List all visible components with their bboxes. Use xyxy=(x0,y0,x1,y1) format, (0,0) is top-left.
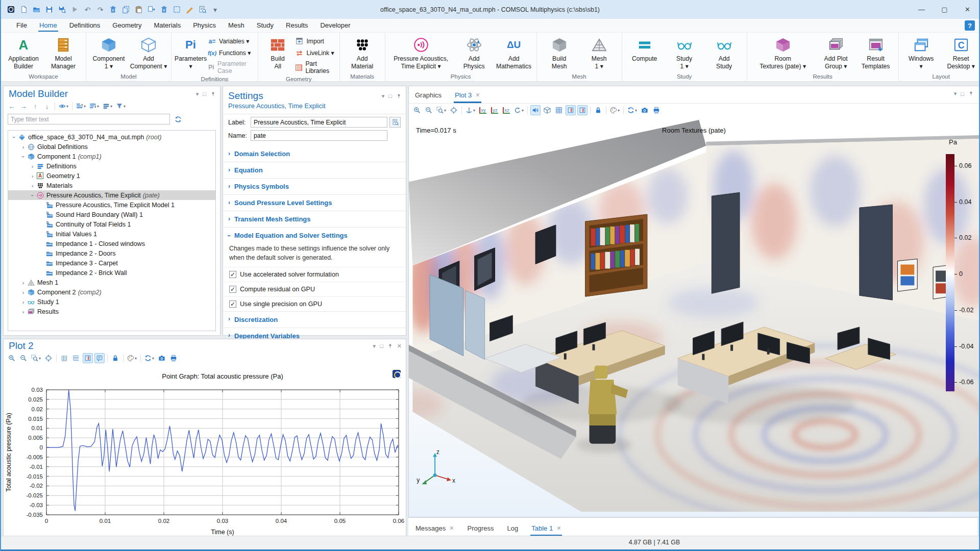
grid-h-icon[interactable] xyxy=(71,353,81,363)
expander-icon[interactable]: › xyxy=(30,163,35,169)
help-button[interactable]: ? xyxy=(965,20,975,31)
float-icon[interactable]: □ xyxy=(203,91,206,97)
filter-icon[interactable]: ▾ xyxy=(115,101,127,111)
checkbox-icon[interactable]: ✓ xyxy=(229,271,236,278)
tree-item-impedance-1-closed-windows[interactable]: Impedance 1 - Closed windows xyxy=(8,239,215,248)
ribbon-button-pressure-acoustics-time-explicit-[interactable]: Pressure Acoustics,Time Explicit ▾ xyxy=(388,35,454,71)
color-legend-icon[interactable] xyxy=(577,105,587,115)
update-icon[interactable]: ▾ xyxy=(626,105,638,115)
collapse-icon[interactable]: ▾ xyxy=(75,101,87,111)
menu-physics[interactable]: Physics xyxy=(187,19,222,32)
refresh-filter-icon[interactable] xyxy=(173,114,183,124)
zoom-box-icon[interactable]: ▾ xyxy=(30,353,42,363)
tab-graphics[interactable]: Graphics xyxy=(415,91,442,103)
pin-icon[interactable] xyxy=(396,93,402,99)
view-yz-icon[interactable]: yz xyxy=(489,105,500,115)
undo-icon[interactable]: ↶ xyxy=(83,5,92,14)
duplicate-icon[interactable] xyxy=(146,5,156,14)
section-domain-selection[interactable]: ›Domain Selection xyxy=(223,146,406,162)
pin-icon[interactable] xyxy=(387,343,393,349)
back-icon[interactable]: ← xyxy=(7,101,17,111)
zoom-extents-icon[interactable] xyxy=(43,353,54,363)
sound-icon[interactable] xyxy=(530,105,541,115)
move-down-icon[interactable]: ↓ xyxy=(42,101,52,111)
ribbon-button-add-study[interactable]: AddStudy xyxy=(705,35,744,71)
menu-file[interactable]: File xyxy=(10,19,33,32)
panel-menu-icon[interactable]: ▾ xyxy=(196,91,199,97)
section-model-equation-and-solver-settings[interactable]: ›Model Equation and Solver Settings xyxy=(223,227,406,243)
save-icon[interactable] xyxy=(44,5,54,14)
ribbon-small-livelink-[interactable]: LiveLink ▾ xyxy=(295,48,336,57)
print-icon[interactable] xyxy=(168,353,179,363)
run-icon[interactable] xyxy=(70,5,80,14)
close-button[interactable]: ✕ xyxy=(956,0,979,19)
lock-icon[interactable] xyxy=(593,105,603,115)
grid-v-icon[interactable] xyxy=(59,353,69,363)
ribbon-button-windows-[interactable]: Windows▾ xyxy=(902,35,941,71)
camera-icon[interactable] xyxy=(157,353,167,363)
pin-icon[interactable] xyxy=(968,91,974,96)
graphics-canvas[interactable]: Time=0.017 s Room Textures (pate) xyxy=(409,120,979,517)
print-icon[interactable] xyxy=(651,105,662,115)
ribbon-button-add-plot-group-[interactable]: Add PlotGroup ▾ xyxy=(817,35,855,71)
close-tab-icon[interactable]: ✕ xyxy=(449,525,454,532)
tree-item-mesh-1[interactable]: ›Mesh 1 xyxy=(8,278,215,287)
pin-icon[interactable] xyxy=(210,91,216,97)
select-box-icon[interactable] xyxy=(172,5,182,14)
ribbon-button-compute[interactable]: Compute xyxy=(625,35,664,63)
panel-menu-icon[interactable]: ▾ xyxy=(954,90,957,97)
section-discretization[interactable]: ›Discretization xyxy=(223,311,406,328)
ribbon-button-build-all[interactable]: BuildAll xyxy=(261,35,295,71)
ribbon-button-study-1-[interactable]: Study1 ▾ xyxy=(665,35,704,71)
view-xz-icon[interactable]: xz xyxy=(501,105,511,115)
menu-home[interactable]: Home xyxy=(33,19,63,32)
ribbon-button-reset-desktop-[interactable]: ResetDesktop ▾ xyxy=(942,35,980,71)
show-icon[interactable]: ▾ xyxy=(58,101,69,111)
section-equation[interactable]: ›Equation xyxy=(223,162,406,178)
ribbon-button-result-templates[interactable]: ResultTemplates xyxy=(856,35,895,71)
tree-item-results[interactable]: ›Results xyxy=(8,307,215,316)
tree-item-global-definitions[interactable]: ›Global Definitions xyxy=(8,142,215,152)
expander-icon[interactable]: › xyxy=(20,289,26,295)
comsol-app-icon[interactable] xyxy=(6,5,16,14)
close-tab-icon[interactable]: ✕ xyxy=(475,92,480,98)
new-file-icon[interactable] xyxy=(19,5,29,14)
tree-item-geometry-1[interactable]: ›AGeometry 1 xyxy=(8,171,215,181)
zoom-out-icon[interactable] xyxy=(424,105,434,115)
expander-icon[interactable]: › xyxy=(30,192,36,198)
menu-developer[interactable]: Developer xyxy=(314,19,356,32)
mesh-grid-icon[interactable] xyxy=(554,105,564,115)
tree-item-office-space-63-30t0-n4-ma-out-mph[interactable]: ›office_space_63_30T0_N4_ma_out.mph(root… xyxy=(8,132,215,142)
label-field[interactable] xyxy=(251,117,387,128)
palette-icon[interactable]: ▾ xyxy=(609,105,621,115)
ribbon-button-add-material[interactable]: AddMaterial xyxy=(343,35,382,71)
menu-materials[interactable]: Materials xyxy=(148,19,187,32)
annotation-icon[interactable] xyxy=(94,353,105,363)
tree-item-component-2[interactable]: ›Component 2(comp2) xyxy=(8,287,215,297)
checkbox-compute-residual-on-gpu[interactable]: ✓Compute residual on GPU xyxy=(223,282,406,296)
zoom-in-icon[interactable] xyxy=(412,105,422,115)
tree-item-sound-hard-boundary-wall-1[interactable]: Sound Hard Boundary (Wall) 1 xyxy=(8,210,215,219)
ribbon-small-functions-[interactable]: f(x)Functions ▾ xyxy=(208,48,255,57)
checkbox-icon[interactable]: ✓ xyxy=(229,300,236,308)
ribbon-button-application-builder[interactable]: AApplicationBuilder xyxy=(4,35,43,71)
point-graph-chart[interactable]: Point Graph: Total acoustic pressure (Pa… xyxy=(4,368,406,537)
ribbon-button-parameters-[interactable]: PiParameters▾ xyxy=(175,35,207,71)
move-up-icon[interactable]: ↑ xyxy=(30,101,40,111)
checkbox-use-accelerated-solver-formulation[interactable]: ✓Use accelerated solver formulation xyxy=(223,267,406,282)
tab-plot-3[interactable]: Plot 3✕ xyxy=(455,91,480,103)
ribbon-small-variables-[interactable]: a=Variables ▾ xyxy=(208,37,255,45)
tree-item-definitions[interactable]: ›Definitions xyxy=(8,161,215,171)
ribbon-button-add-physics[interactable]: AddPhysics xyxy=(455,35,494,71)
tree-item-study-1[interactable]: ›Study 1 xyxy=(8,297,215,307)
zoom-box-icon[interactable]: ▾ xyxy=(435,105,447,115)
expand-icon[interactable]: ▾ xyxy=(88,101,100,111)
tree-item-impedance-3-carpet[interactable]: Impedance 3 - Carpet xyxy=(8,258,215,268)
open-icon[interactable] xyxy=(32,5,41,14)
menu-definitions[interactable]: Definitions xyxy=(63,19,107,32)
ribbon-small-import[interactable]: Import xyxy=(295,37,336,45)
maximize-button[interactable]: ▢ xyxy=(933,0,956,19)
menu-results[interactable]: Results xyxy=(280,19,314,32)
expander-icon[interactable]: › xyxy=(20,154,27,159)
camera-icon[interactable] xyxy=(640,105,650,115)
